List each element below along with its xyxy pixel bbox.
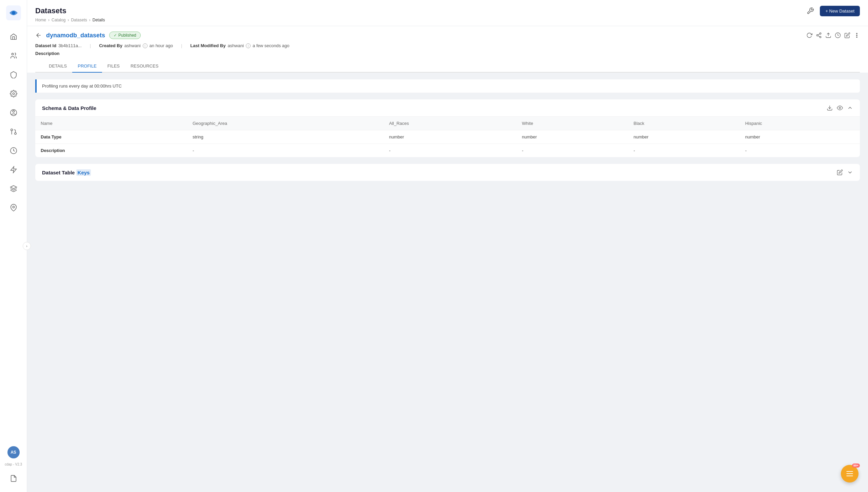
breadcrumb: Home › Catalog › Datasets › Details xyxy=(35,18,860,22)
back-button[interactable] xyxy=(35,32,42,39)
data-type-all-races: number xyxy=(383,130,516,144)
breadcrumb-catalog[interactable]: Catalog xyxy=(52,18,65,22)
detail-header: dynamodb_datasets ✓ Published xyxy=(27,26,868,73)
sidebar-version: cdap - V2.3 xyxy=(5,462,22,466)
sidebar-item-shield[interactable] xyxy=(5,67,22,83)
keys-header: Dataset Table Keys xyxy=(35,164,860,181)
sidebar-navigation xyxy=(5,29,22,443)
meta-row: Dataset Id 3b4b111a... | Created By ashw… xyxy=(35,43,860,48)
keys-edit-icon[interactable] xyxy=(837,169,843,175)
schema-title: Schema & Data Profile xyxy=(42,105,96,111)
sidebar-item-git[interactable] xyxy=(5,124,22,140)
upload-icon[interactable] xyxy=(825,32,831,38)
breadcrumb-datasets[interactable]: Datasets xyxy=(71,18,87,22)
sidebar-item-people[interactable] xyxy=(5,48,22,64)
top-header: Datasets + New Dataset Home › Catalog › … xyxy=(27,0,868,26)
sidebar: › AS cdap - V2.3 xyxy=(0,0,27,492)
svg-point-6 xyxy=(14,133,16,135)
sidebar-bottom: AS cdap - V2.3 xyxy=(5,443,22,487)
desc-all-races: - xyxy=(383,144,516,157)
schema-table-header-row: Name Geographic_Area All_Races White Bla… xyxy=(35,117,860,130)
table-row: Data Type string number number number nu… xyxy=(35,130,860,144)
page-title: Datasets xyxy=(35,6,66,15)
schema-section-header: Schema & Data Profile xyxy=(35,99,860,117)
sidebar-item-file[interactable] xyxy=(5,470,22,487)
keys-collapse-icon[interactable] xyxy=(847,169,853,175)
col-geographic-area: Geographic_Area xyxy=(187,117,383,130)
svg-point-17 xyxy=(856,33,857,34)
col-name: Name xyxy=(35,117,187,130)
more-icon[interactable] xyxy=(854,32,860,38)
tab-profile[interactable]: PROFILE xyxy=(72,60,102,73)
description-row-label: Description xyxy=(35,144,187,157)
info-icon-2: i xyxy=(246,43,251,48)
sidebar-expand-btn[interactable]: › xyxy=(23,242,31,250)
collapse-icon[interactable] xyxy=(847,105,853,111)
desc-black: - xyxy=(628,144,739,157)
edit-icon[interactable] xyxy=(844,32,850,38)
dataset-id-meta: Dataset Id 3b4b111a... xyxy=(35,43,82,48)
download-icon[interactable] xyxy=(827,105,833,111)
svg-point-11 xyxy=(816,35,818,36)
keys-highlight: Keys xyxy=(76,169,91,176)
sidebar-item-clock[interactable] xyxy=(5,143,22,159)
body-content: Profiling runs every day at 00:00hrs UTC… xyxy=(27,73,868,194)
breadcrumb-sep-1: › xyxy=(48,18,50,22)
eye-icon[interactable] xyxy=(837,105,843,111)
dataset-name[interactable]: dynamodb_datasets xyxy=(46,32,105,39)
detail-title-row: dynamodb_datasets ✓ Published xyxy=(35,32,860,39)
breadcrumb-sep-3: › xyxy=(89,18,91,22)
col-all-races: All_Races xyxy=(383,117,516,130)
svg-line-13 xyxy=(818,36,820,37)
main-content: Datasets + New Dataset Home › Catalog › … xyxy=(27,0,868,492)
schema-section: Schema & Data Profile Name Geographic_Ar… xyxy=(35,99,860,157)
sidebar-item-package[interactable] xyxy=(5,200,22,216)
created-by-value: ashwani xyxy=(124,43,141,48)
status-badge: ✓ Published xyxy=(109,32,141,39)
sidebar-item-layers[interactable] xyxy=(5,181,22,197)
data-type-geographic: string xyxy=(187,130,383,144)
sidebar-item-lightning[interactable] xyxy=(5,162,22,178)
dataset-id-value: 3b4b111a... xyxy=(58,43,82,48)
meta-sep-2: | xyxy=(181,43,182,48)
schema-table: Name Geographic_Area All_Races White Bla… xyxy=(35,117,860,157)
description-label: Description xyxy=(35,51,860,56)
meta-sep-1: | xyxy=(90,43,91,48)
header-actions: + New Dataset xyxy=(805,5,860,16)
desc-geographic: - xyxy=(187,144,383,157)
svg-point-2 xyxy=(12,53,14,55)
history-icon[interactable] xyxy=(835,32,841,38)
col-hispanic: Hispanic xyxy=(740,117,860,130)
created-by-meta: Created By ashwani i an hour ago xyxy=(99,43,173,48)
svg-point-7 xyxy=(11,129,13,131)
avatar[interactable]: AS xyxy=(7,446,20,458)
new-dataset-button[interactable]: + New Dataset xyxy=(820,6,860,16)
svg-line-14 xyxy=(818,34,820,35)
sidebar-item-home[interactable] xyxy=(5,29,22,45)
svg-point-21 xyxy=(839,107,841,109)
info-banner: Profiling runs every day at 00:00hrs UTC xyxy=(35,79,860,93)
data-type-hispanic: number xyxy=(740,130,860,144)
refresh-icon[interactable] xyxy=(806,32,812,38)
tab-details[interactable]: DETAILS xyxy=(43,60,72,73)
sidebar-item-settings[interactable] xyxy=(5,86,22,102)
created-by-label: Created By xyxy=(99,43,122,48)
tab-files[interactable]: FILES xyxy=(102,60,125,73)
share-icon[interactable] xyxy=(816,32,822,38)
breadcrumb-sep-2: › xyxy=(67,18,69,22)
svg-point-3 xyxy=(13,93,15,95)
tools-icon[interactable] xyxy=(805,5,816,16)
keys-actions xyxy=(837,169,853,175)
floating-action-button[interactable]: 99+ xyxy=(841,465,859,482)
modified-label: Last Modified By xyxy=(190,43,225,48)
status-label: Published xyxy=(118,33,136,38)
data-type-black: number xyxy=(628,130,739,144)
keys-section: Dataset Table Keys xyxy=(35,164,860,181)
svg-point-5 xyxy=(13,111,15,113)
sidebar-item-person[interactable] xyxy=(5,105,22,121)
breadcrumb-home[interactable]: Home xyxy=(35,18,46,22)
app-logo[interactable] xyxy=(6,5,21,20)
schema-actions xyxy=(827,105,853,111)
tab-resources[interactable]: RESOURCES xyxy=(125,60,164,73)
tabs: DETAILS PROFILE FILES RESOURCES xyxy=(35,60,860,73)
